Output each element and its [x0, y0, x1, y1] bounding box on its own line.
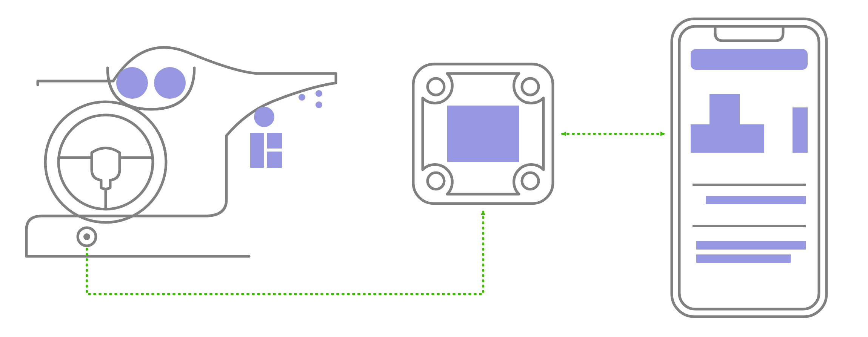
- steering-wheel-icon: [45, 102, 166, 222]
- module-chip-icon: [447, 106, 519, 162]
- app-bar-2-icon: [696, 241, 806, 250]
- center-console: [250, 90, 322, 168]
- gauge-left-icon: [116, 67, 148, 99]
- obd-port-icon: [78, 228, 96, 246]
- app-bar-3-icon: [696, 254, 791, 263]
- smartphone: [672, 19, 826, 317]
- mounting-hole-br-icon: [522, 173, 539, 189]
- phone-notch-icon: [715, 26, 783, 41]
- mounting-hole-tr-icon: [522, 78, 539, 95]
- center-console-button-1-icon: [250, 133, 264, 168]
- dash-dot-2-icon: [315, 90, 322, 97]
- center-console-knob-icon: [254, 107, 274, 127]
- dash-dot-3-icon: [315, 101, 322, 108]
- system-diagram: [0, 0, 868, 337]
- center-console-button-3-icon: [267, 152, 282, 168]
- app-bar-1-icon: [706, 196, 806, 204]
- mounting-hole-tl-icon: [428, 78, 444, 95]
- gauge-right-icon: [154, 67, 186, 99]
- center-console-button-2-icon: [267, 133, 282, 149]
- connector-dashboard-to-module: [87, 211, 483, 294]
- mounting-hole-bl-icon: [428, 173, 444, 189]
- svg-point-6: [83, 233, 90, 240]
- app-chart-icon: [691, 92, 808, 153]
- vehicle-dashboard: [26, 47, 336, 256]
- app-header-bar-icon: [691, 49, 808, 70]
- dash-dot-1-icon: [299, 94, 305, 101]
- obd-module: [413, 64, 553, 204]
